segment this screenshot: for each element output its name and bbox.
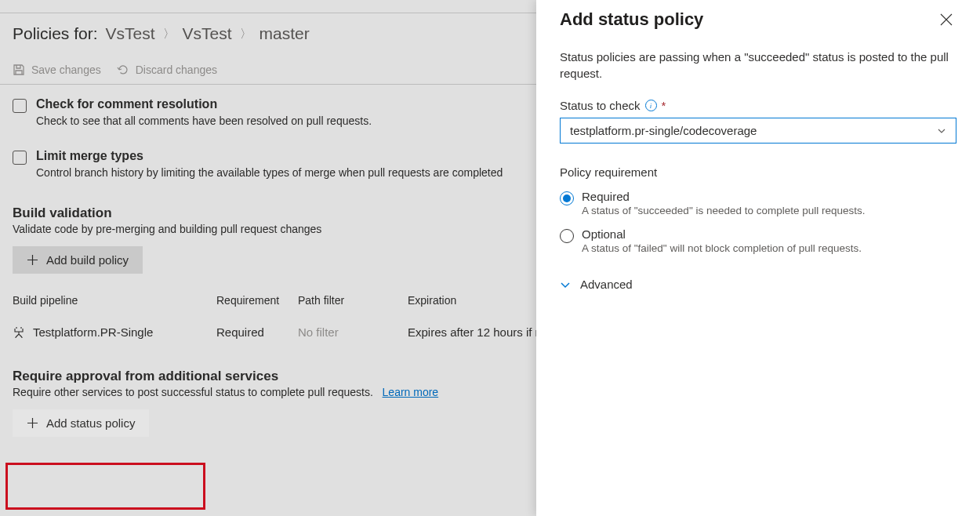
pipeline-icon	[13, 326, 25, 339]
panel-desc: Status policies are passing when a "succ…	[560, 49, 956, 82]
radio-button[interactable]	[560, 229, 574, 243]
discard-button[interactable]: Discard changes	[117, 64, 217, 76]
learn-more-link[interactable]: Learn more	[383, 386, 439, 398]
check-desc: Check to see that all comments have been…	[36, 114, 372, 127]
cell-filter: No filter	[298, 325, 408, 339]
save-icon	[13, 64, 25, 76]
breadcrumb-prefix: Policies for:	[13, 24, 98, 43]
radio-optional-sub: A status of "failed" will not block comp…	[582, 242, 862, 254]
pipeline-name: Testplatform.PR-Single	[33, 325, 153, 339]
check-title: Check for comment resolution	[36, 97, 372, 111]
close-button[interactable]	[936, 9, 956, 30]
radio-required-label: Required	[582, 190, 866, 203]
chevron-right-icon: 〉	[163, 27, 175, 42]
checkbox[interactable]	[13, 151, 27, 165]
radio-optional[interactable]: Optional A status of "failed" will not b…	[560, 227, 956, 254]
status-to-check-select[interactable]: testplatform.pr-single/codecoverage	[560, 118, 956, 144]
highlight-box	[5, 463, 205, 510]
close-icon	[939, 13, 953, 27]
save-button[interactable]: Save changes	[13, 64, 101, 76]
radio-optional-label: Optional	[582, 227, 862, 241]
radio-required[interactable]: Required A status of "succeeded" is need…	[560, 190, 956, 216]
policy-requirement-header: Policy requirement	[560, 165, 956, 179]
info-icon[interactable]: i	[645, 100, 657, 111]
cell-requirement: Required	[216, 325, 298, 339]
add-status-policy-panel: Add status policy Status policies are pa…	[536, 0, 980, 516]
chevron-down-icon	[560, 279, 571, 290]
chevron-down-icon	[937, 126, 946, 136]
add-build-policy-button[interactable]: Add build policy	[13, 246, 143, 274]
check-desc: Control branch history by limiting the a…	[36, 166, 503, 179]
col-filter: Path filter	[298, 294, 408, 307]
undo-icon	[117, 64, 129, 76]
discard-label: Discard changes	[136, 64, 217, 76]
add-status-policy-button[interactable]: Add status policy	[13, 409, 149, 437]
check-title: Limit merge types	[36, 149, 503, 163]
col-requirement: Requirement	[216, 294, 298, 307]
required-star: *	[662, 99, 666, 112]
chevron-right-icon: 〉	[240, 27, 252, 42]
plus-icon	[27, 254, 38, 266]
advanced-label: Advanced	[580, 278, 633, 291]
breadcrumb-item[interactable]: VsTest	[106, 24, 155, 43]
save-label: Save changes	[31, 64, 101, 76]
breadcrumb-item[interactable]: VsTest	[183, 24, 232, 43]
add-status-policy-label: Add status policy	[46, 416, 135, 430]
radio-required-sub: A status of "succeeded" is needed to com…	[582, 205, 866, 216]
checkbox[interactable]	[13, 99, 27, 113]
status-to-check-label: Status to check i *	[560, 99, 956, 112]
add-build-policy-label: Add build policy	[46, 253, 129, 267]
radio-button[interactable]	[560, 191, 574, 205]
col-pipeline: Build pipeline	[13, 294, 216, 307]
plus-icon	[27, 417, 38, 429]
advanced-toggle[interactable]: Advanced	[560, 278, 956, 291]
status-value: testplatform.pr-single/codecoverage	[570, 124, 757, 137]
breadcrumb-item[interactable]: master	[260, 24, 310, 43]
panel-title: Add status policy	[560, 9, 703, 30]
